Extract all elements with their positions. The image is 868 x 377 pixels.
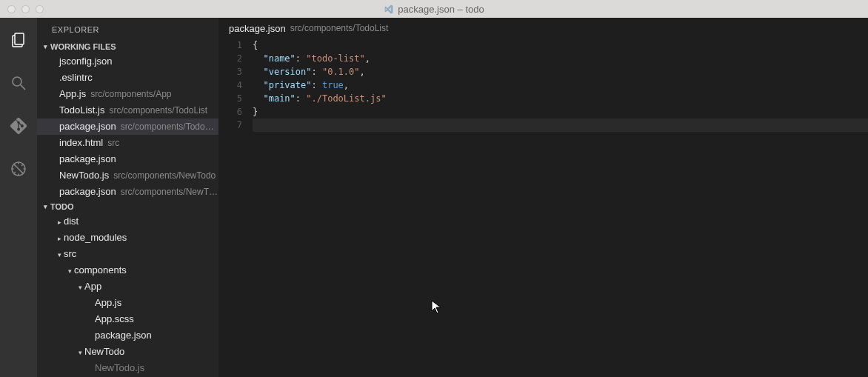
file-item[interactable]: App.scss	[37, 311, 218, 327]
node-label: package.json	[95, 327, 152, 344]
file-item[interactable]: NewTodo.js	[37, 360, 218, 376]
close-window-button[interactable]	[7, 5, 16, 13]
line-number: 4	[218, 79, 242, 92]
line-number: 5	[218, 92, 242, 105]
svg-rect-0	[15, 33, 24, 44]
working-file-item[interactable]: jsconfig.json	[37, 53, 218, 70]
folder-item[interactable]: App	[37, 278, 218, 295]
working-file-item[interactable]: package.jsonsrc/components/NewT…	[37, 184, 218, 200]
minimize-window-button[interactable]	[21, 5, 30, 13]
node-label: components	[74, 262, 127, 278]
file-path: src	[107, 135, 119, 151]
chevron-down-icon: ▾	[40, 43, 50, 50]
node-label: src	[64, 246, 76, 262]
file-tree: distnode_modulessrccomponentsAppApp.jsAp…	[37, 213, 218, 376]
node-label: App	[84, 278, 101, 295]
file-name: package.json	[59, 184, 116, 200]
chevron-down-icon	[76, 279, 84, 295]
tab-filepath: src/components/TodoList	[290, 23, 389, 33]
working-file-item[interactable]: package.json	[37, 151, 218, 167]
file-name: TodoList.js	[59, 102, 104, 119]
file-path: src/components/NewTodo	[113, 167, 216, 184]
vscode-icon	[384, 4, 393, 14]
node-label: NewTodo	[84, 344, 124, 360]
window-titlebar: package.json – todo	[0, 0, 868, 18]
file-name: package.json	[59, 151, 116, 167]
line-number: 1	[218, 39, 242, 52]
working-file-item[interactable]: TodoList.jssrc/components/TodoList	[37, 102, 218, 119]
git-activity[interactable]	[0, 111, 37, 141]
code-area[interactable]: 1234567 { "name": "todo-list", "version"…	[218, 39, 868, 377]
sidebar-title: EXPLORER	[37, 18, 218, 40]
working-file-item[interactable]: App.jssrc/components/App	[37, 86, 218, 102]
chevron-down-icon	[65, 263, 74, 278]
folder-item[interactable]: components	[37, 262, 218, 278]
editor-tab[interactable]: package.json src/components/TodoList	[218, 18, 868, 39]
working-files-header[interactable]: ▾ WORKING FILES	[37, 40, 218, 53]
window-title: package.json – todo	[0, 4, 868, 15]
node-label: dist	[64, 213, 79, 230]
activity-bar	[0, 18, 37, 377]
chevron-down-icon	[55, 247, 64, 262]
node-label: App.js	[95, 295, 121, 311]
file-path: src/components/TodoList	[121, 119, 218, 135]
explorer-sidebar: EXPLORER ▾ WORKING FILES jsconfig.json.e…	[37, 18, 218, 377]
file-path: src/components/App	[90, 86, 171, 102]
file-name: jsconfig.json	[59, 53, 113, 70]
file-name: App.js	[59, 86, 86, 102]
file-path: src/components/TodoList	[109, 102, 207, 119]
chevron-down-icon: ▾	[40, 203, 50, 210]
maximize-window-button[interactable]	[36, 5, 44, 13]
chevron-right-icon	[55, 230, 64, 246]
search-activity[interactable]	[0, 68, 37, 98]
project-header[interactable]: ▾ TODO	[37, 200, 218, 213]
line-number: 2	[218, 52, 242, 65]
line-gutter: 1234567	[218, 39, 253, 377]
folder-item[interactable]: NewTodo	[37, 344, 218, 360]
node-label: NewTodo.js	[95, 360, 144, 376]
working-files-list: jsconfig.json.eslintrcApp.jssrc/componen…	[37, 53, 218, 200]
tab-filename: package.json	[229, 23, 286, 34]
line-number: 3	[218, 65, 242, 79]
folder-item[interactable]: node_modules	[37, 230, 218, 246]
working-files-label: WORKING FILES	[50, 42, 116, 51]
file-item[interactable]: App.js	[37, 295, 218, 311]
explorer-activity[interactable]	[0, 25, 37, 55]
line-number: 7	[218, 119, 242, 132]
debug-icon	[10, 160, 27, 178]
current-line-highlight	[253, 119, 868, 132]
editor-pane: package.json src/components/TodoList 123…	[218, 18, 868, 377]
chevron-right-icon	[55, 214, 64, 230]
file-name: package.json	[59, 119, 116, 135]
git-icon	[10, 117, 27, 135]
file-path: src/components/NewT…	[121, 184, 218, 200]
node-label: node_modules	[64, 230, 127, 246]
project-label: TODO	[50, 202, 74, 211]
working-file-item[interactable]: index.htmlsrc	[37, 135, 218, 151]
debug-activity[interactable]	[0, 154, 37, 184]
folder-item[interactable]: src	[37, 246, 218, 262]
svg-point-1	[13, 77, 21, 86]
line-number: 6	[218, 105, 242, 119]
search-icon	[10, 74, 27, 92]
working-file-item[interactable]: NewTodo.jssrc/components/NewTodo	[37, 167, 218, 184]
chevron-down-icon	[76, 344, 84, 360]
working-file-item[interactable]: .eslintrc	[37, 70, 218, 86]
svg-line-2	[21, 85, 25, 90]
code-content[interactable]: { "name": "todo-list", "version": "0.1.0…	[253, 39, 868, 377]
traffic-lights	[0, 5, 44, 13]
folder-item[interactable]: dist	[37, 213, 218, 230]
files-icon	[10, 31, 27, 49]
file-name: .eslintrc	[59, 70, 93, 86]
node-label: App.scss	[95, 311, 134, 327]
file-name: index.html	[59, 135, 103, 151]
file-name: NewTodo.js	[59, 167, 109, 184]
file-item[interactable]: package.json	[37, 327, 218, 344]
working-file-item[interactable]: package.jsonsrc/components/TodoList	[37, 119, 218, 135]
